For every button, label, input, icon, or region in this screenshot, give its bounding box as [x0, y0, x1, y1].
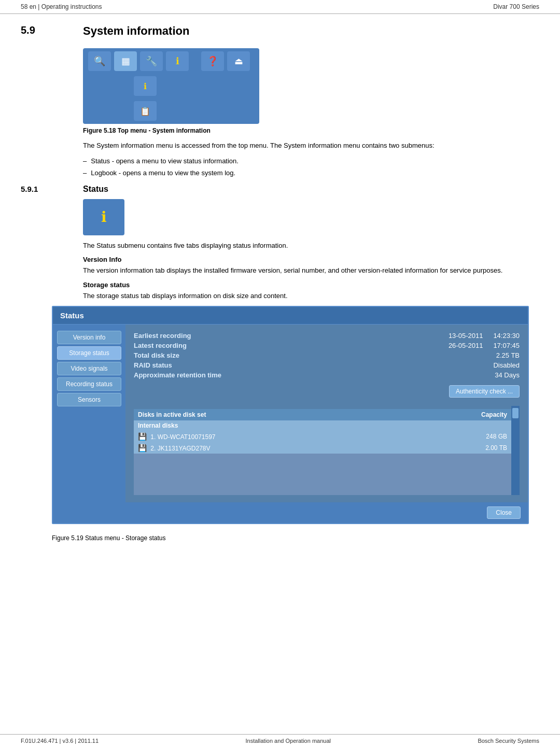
tab-recording-status[interactable]: Recording status: [57, 377, 121, 391]
disk-col1-header: Disks in active disk set: [134, 409, 403, 420]
close-button-row: Close: [53, 502, 528, 523]
disk-row-empty-4: [134, 485, 511, 495]
disk-1-icon: 💾: [138, 432, 147, 441]
system-info-icon: ▦: [114, 51, 137, 71]
figure-518-area: 🔍 ▦ 🔧 ℹ ❓ ⏏ ℹ 📋 Figure 5.18 Top menu - S…: [83, 48, 539, 134]
status-panel-title: Status: [53, 307, 528, 325]
disk-2-icon: 💾: [138, 444, 147, 452]
status-panel: Status Version info Storage status Video…: [52, 306, 529, 524]
top-menu-image: 🔍 ▦ 🔧 ℹ ❓ ⏏ ℹ 📋: [83, 48, 259, 124]
exit-icon: ⏏: [227, 51, 250, 71]
internal-disks-row: Internal disks: [134, 420, 511, 431]
section-59-header: 5.9 System information: [21, 24, 539, 38]
disk-col2-header: Capacity: [403, 409, 511, 420]
disk-1-name: 💾 1. WD-WCAT10071597: [134, 431, 403, 442]
section-title: System information: [83, 24, 189, 38]
section-body1: The System information menu is accessed …: [83, 140, 539, 151]
info-row-raid: RAID status Disabled: [134, 361, 520, 369]
disk-1-capacity: 248 GB: [403, 431, 511, 442]
info-row-total-disk: Total disk size 2.25 TB: [134, 351, 520, 359]
earliest-label: Earliest recording: [134, 332, 237, 340]
info-table: Earliest recording 13-05-2011 14:23:30 L…: [134, 332, 520, 379]
figure-518-caption: Figure 5.18 Top menu - System informatio…: [83, 127, 539, 134]
scrollbar[interactable]: [511, 406, 520, 495]
tab-video-signals[interactable]: Video signals: [57, 362, 121, 375]
disk-row-empty-2: [134, 464, 511, 474]
submenu-logbook-icon: 📋: [134, 101, 157, 121]
figure-519-caption: Figure 5.19 Status menu - Storage status: [52, 534, 539, 542]
submenu-status-icon: ℹ: [134, 76, 157, 96]
latest-value: 26-05-2011 17:07:45: [237, 342, 520, 349]
version-info-heading: Version Info: [83, 256, 539, 263]
bullet-list: Status - opens a menu to view status inf…: [83, 156, 539, 178]
subsection-body1: The Status submenu contains five tabs di…: [83, 241, 539, 251]
subsection-591-header: 5.9.1 Status: [21, 185, 539, 194]
info-row-latest: Latest recording 26-05-2011 17:07:45: [134, 342, 520, 349]
page-header: 58 en | Operating instructions Divar 700…: [0, 0, 560, 14]
search-icon: 🔍: [88, 51, 111, 71]
disk-table: Disks in active disk set Capacity Intern…: [134, 409, 511, 495]
tab-sensors[interactable]: Sensors: [57, 393, 121, 406]
subsection-title: Status: [83, 185, 108, 194]
footer-center: Installation and Operation manual: [245, 738, 331, 744]
internal-disks-label: Internal disks: [134, 420, 511, 431]
version-info-body: The version information tab displays the…: [83, 265, 539, 276]
tabs-sidebar: Version info Storage status Video signal…: [53, 325, 125, 502]
status-content: Earliest recording 13-05-2011 14:23:30 L…: [125, 325, 528, 502]
tools-icon: 🔧: [140, 51, 163, 71]
submenu-row: ℹ: [88, 76, 254, 96]
disk-row-empty-1: [134, 454, 511, 464]
tab-storage-status[interactable]: Storage status: [57, 346, 121, 360]
disk-table-container: Disks in active disk set Capacity Intern…: [134, 406, 520, 495]
tab-version-info[interactable]: Version info: [57, 331, 121, 344]
earliest-value: 13-05-2011 14:23:30: [237, 332, 520, 340]
storage-status-heading: Storage status: [83, 281, 539, 289]
disk-2-name: 💾 2. JK1131YAGD278V: [134, 442, 403, 454]
subsection-number: 5.9.1: [21, 185, 52, 194]
retention-value: 34 Days: [237, 371, 520, 379]
scroll-thumb: [512, 408, 519, 418]
raid-label: RAID status: [134, 361, 237, 369]
latest-label: Latest recording: [134, 342, 237, 349]
bullet-item-2: Logbook - opens a menu to view the syste…: [83, 168, 539, 178]
footer-right: Bosch Security Systems: [478, 738, 539, 744]
status-icon: ℹ: [83, 199, 124, 235]
footer-left: F.01U.246.471 | v3.6 | 2011.11: [21, 738, 99, 744]
info-icon: ℹ: [166, 51, 189, 71]
authenticity-check-button[interactable]: Authenticity check ...: [449, 385, 520, 398]
header-left: 58 en | Operating instructions: [21, 3, 102, 10]
disk-row-1: 💾 1. WD-WCAT10071597 248 GB: [134, 431, 511, 442]
close-button[interactable]: Close: [487, 506, 521, 519]
status-panel-body: Version info Storage status Video signal…: [53, 325, 528, 502]
disk-row-2: 💾 2. JK1131YAGD278V 2.00 TB: [134, 442, 511, 454]
help-icon: ❓: [201, 51, 224, 71]
info-row-retention: Approximate retention time 34 Days: [134, 371, 520, 379]
bullet-item-1: Status - opens a menu to view status inf…: [83, 156, 539, 166]
total-disk-label: Total disk size: [134, 351, 237, 359]
storage-status-body: The storage status tab displays informat…: [83, 291, 539, 301]
total-disk-value: 2.25 TB: [237, 351, 520, 359]
disk-row-empty-3: [134, 474, 511, 485]
retention-label: Approximate retention time: [134, 371, 237, 379]
header-right: Divar 700 Series: [493, 3, 539, 10]
section-number: 5.9: [21, 24, 52, 38]
raid-value: Disabled: [237, 361, 520, 369]
page-footer: F.01U.246.471 | v3.6 | 2011.11 Installat…: [0, 734, 560, 747]
disk-2-capacity: 2.00 TB: [403, 442, 511, 454]
info-row-earliest: Earliest recording 13-05-2011 14:23:30: [134, 332, 520, 340]
submenu-row2: 📋: [88, 101, 254, 121]
